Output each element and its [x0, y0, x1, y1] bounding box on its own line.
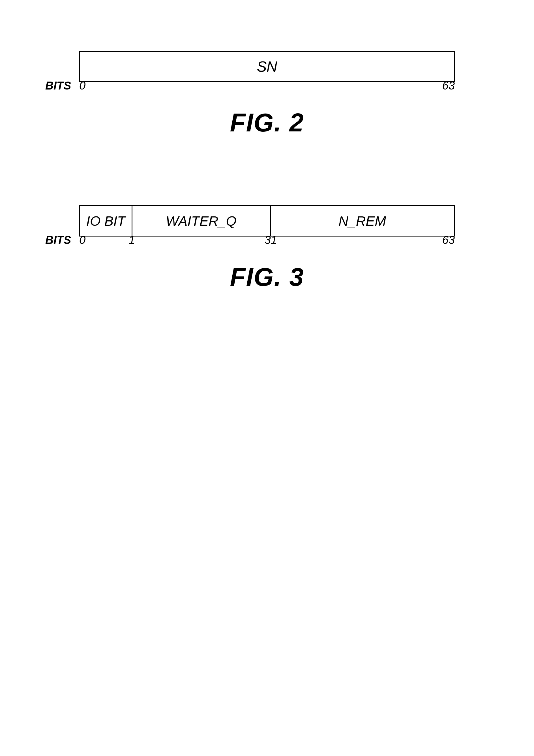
- fig2-bit-end: 63: [442, 79, 455, 92]
- fig3-col-waiter: WAITER_Q: [133, 206, 271, 236]
- fig2-sn-label: SN: [257, 58, 277, 75]
- fig3-bit-start: 0: [79, 234, 86, 246]
- fig3-col-io: IO BIT: [80, 206, 133, 236]
- fig2-diagram-wrapper: SN BITS 0 63: [45, 51, 489, 86]
- fig2-register-box: SN: [79, 51, 455, 82]
- fig3-section: IO BIT WAITER_Q N_REM BITS 0 1 31 63 FIG…: [45, 205, 489, 292]
- fig2-title: FIG. 2: [230, 108, 304, 137]
- fig2-bits-label: BITS: [45, 79, 71, 92]
- fig2-section: SN BITS 0 63 FIG. 2: [45, 51, 489, 137]
- fig3-title: FIG. 3: [230, 262, 304, 292]
- fig3-bit-mid1: 1: [129, 234, 135, 246]
- fig3-col-nrem: N_REM: [271, 206, 454, 236]
- fig3-diagram-wrapper: IO BIT WAITER_Q N_REM BITS 0 1 31 63: [45, 205, 489, 240]
- fig3-waiter-q-label: WAITER_Q: [166, 213, 237, 229]
- fig3-bit-end: 63: [442, 234, 455, 246]
- fig3-n-rem-label: N_REM: [339, 213, 386, 229]
- fig2-bit-start: 0: [79, 79, 86, 92]
- page: SN BITS 0 63 FIG. 2 IO BIT WAITER_Q: [0, 0, 534, 756]
- fig3-bits-label: BITS: [45, 234, 71, 246]
- fig3-register-box: IO BIT WAITER_Q N_REM: [79, 205, 455, 236]
- fig3-bit-mid2: 31: [265, 234, 277, 246]
- fig3-io-bit-label: IO BIT: [86, 213, 126, 229]
